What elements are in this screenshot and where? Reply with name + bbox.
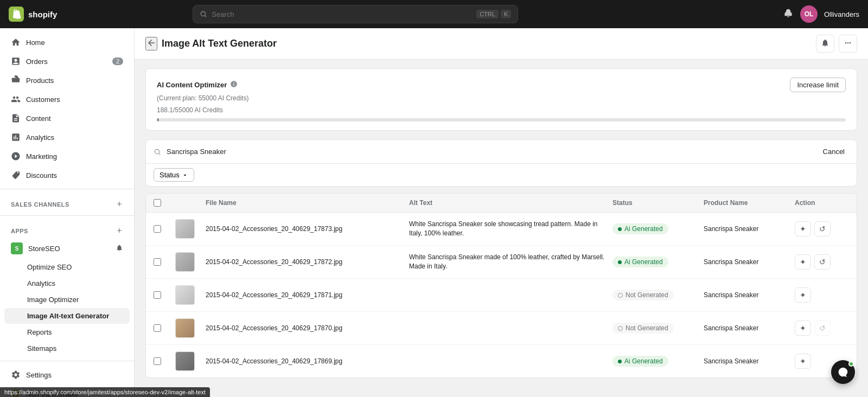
row-4-undo-button: ↺ bbox=[814, 321, 831, 336]
sidebar-item-marketing[interactable]: Marketing bbox=[4, 147, 130, 165]
row-3-product-name: Sancrispa Sneaker bbox=[704, 291, 790, 299]
row-1-undo-button[interactable]: ↺ bbox=[814, 221, 831, 236]
ai-credits-card: AI Content Optimizer Increase limit (Cur… bbox=[145, 68, 857, 131]
increase-limit-button[interactable]: Increase limit bbox=[790, 78, 846, 92]
home-icon bbox=[11, 37, 21, 47]
row-4-regenerate-button[interactable]: ✦ bbox=[795, 321, 811, 336]
notification-bell[interactable] bbox=[783, 8, 794, 21]
credits-title: AI Content Optimizer bbox=[157, 80, 238, 89]
sidebar-label-home: Home bbox=[26, 39, 45, 47]
search-row: Cancel bbox=[146, 140, 857, 164]
orders-badge: 2 bbox=[112, 57, 123, 65]
global-search-input[interactable] bbox=[212, 10, 472, 18]
row-1-product-name: Sancrispa Sneaker bbox=[704, 225, 790, 233]
search-shortcut: CTRL K bbox=[476, 10, 511, 18]
header-action: Action bbox=[795, 199, 849, 207]
product-search-input[interactable] bbox=[167, 148, 813, 156]
reports-label: Reports bbox=[27, 328, 52, 336]
row-2-checkbox[interactable] bbox=[154, 258, 161, 266]
header-alt-text: Alt Text bbox=[409, 199, 608, 207]
sidebar-item-products[interactable]: Products bbox=[4, 71, 130, 89]
sidebar-sub-item-image-optimizer[interactable]: Image Optimizer bbox=[4, 292, 130, 308]
page-header: Image Alt Text Generator bbox=[135, 28, 868, 60]
row-3-regenerate-button[interactable]: ✦ bbox=[795, 287, 811, 303]
row-2-regenerate-button[interactable]: ✦ bbox=[795, 254, 811, 270]
row-3-checkbox-cell bbox=[154, 291, 171, 299]
shopify-logo[interactable]: shopify bbox=[9, 7, 57, 22]
storeseo-bell-icon[interactable] bbox=[116, 244, 123, 253]
row-5-checkbox[interactable] bbox=[154, 357, 161, 365]
row-2-undo-button[interactable]: ↺ bbox=[814, 254, 831, 270]
avatar-initials: OL bbox=[805, 10, 814, 18]
sidebar-item-home[interactable]: Home bbox=[4, 33, 130, 52]
status-row: Status bbox=[146, 164, 857, 186]
row-4-status-badge: Not Generated bbox=[612, 323, 674, 334]
row-2-checkbox-cell bbox=[154, 258, 171, 266]
notification-settings-button[interactable] bbox=[816, 35, 834, 53]
sidebar-sub-item-optimize-seo[interactable]: Optimize SEO bbox=[4, 259, 130, 275]
expand-apps-icon[interactable] bbox=[116, 227, 123, 235]
sitemaps-label: Sitemaps bbox=[27, 344, 56, 353]
content-icon bbox=[11, 113, 21, 123]
products-icon bbox=[11, 75, 21, 85]
header-file-name: File Name bbox=[206, 199, 405, 207]
sidebar-item-analytics[interactable]: Analytics bbox=[4, 128, 130, 146]
sidebar-sub-item-reports[interactable]: Reports bbox=[4, 324, 130, 340]
back-button[interactable] bbox=[145, 37, 157, 50]
status-filter-label: Status bbox=[159, 171, 180, 179]
customers-icon bbox=[11, 94, 21, 104]
shortcut-k: K bbox=[501, 10, 511, 18]
row-4-checkbox[interactable] bbox=[154, 324, 161, 332]
row-2-status: Ai Generated bbox=[612, 257, 699, 267]
app-layout: Home Orders 2 Products Customers C bbox=[0, 28, 868, 397]
nav-right: OL Ollivanders bbox=[783, 5, 859, 23]
sidebar-item-settings[interactable]: Settings bbox=[4, 366, 130, 384]
row-3-status-badge: Not Generated bbox=[612, 290, 674, 300]
table-row: 2015-04-02_Accessories_20_40629_17870.jp… bbox=[146, 312, 857, 345]
credits-header: AI Content Optimizer Increase limit bbox=[157, 78, 846, 92]
sidebar-item-storeseo[interactable]: S StoreSEO bbox=[4, 238, 130, 259]
apps-section[interactable]: Apps bbox=[0, 220, 134, 238]
store-name[interactable]: Ollivanders bbox=[824, 10, 859, 18]
credits-plan: (Current plan: 55000 AI Credits) bbox=[157, 94, 846, 102]
more-options-button[interactable] bbox=[839, 35, 857, 53]
sidebar-item-orders[interactable]: Orders 2 bbox=[4, 52, 130, 71]
row-3-checkbox[interactable] bbox=[154, 291, 161, 299]
sidebar-label-analytics: Analytics bbox=[26, 133, 54, 142]
sidebar-item-content[interactable]: Content bbox=[4, 109, 130, 127]
sales-channels-section[interactable]: Sales channels bbox=[0, 194, 134, 211]
info-icon[interactable] bbox=[230, 80, 238, 89]
settings-label: Settings bbox=[26, 371, 52, 379]
select-all-checkbox[interactable] bbox=[154, 199, 161, 207]
cancel-button[interactable]: Cancel bbox=[819, 145, 849, 158]
settings-icon bbox=[11, 370, 21, 380]
search-icon bbox=[200, 10, 207, 18]
avatar[interactable]: OL bbox=[800, 5, 818, 23]
ai-content-optimizer-label: AI Content Optimizer bbox=[157, 81, 227, 89]
credits-count: 188.1/55000 AI Credits bbox=[157, 106, 846, 114]
row-5-regenerate-button[interactable]: ✦ bbox=[795, 354, 811, 369]
chat-bubble[interactable] bbox=[831, 360, 855, 384]
chat-online-dot bbox=[848, 361, 854, 367]
row-4-status: Not Generated bbox=[612, 323, 699, 334]
table-row: 2015-04-02_Accessories_20_40629_17869.jp… bbox=[146, 345, 857, 377]
expand-sales-channels-icon[interactable] bbox=[116, 200, 123, 209]
chat-icon bbox=[838, 367, 848, 377]
search-row-icon bbox=[154, 148, 161, 156]
image-alt-text-label: Image Alt-text Generator bbox=[27, 312, 109, 320]
row-3-thumbnail bbox=[175, 285, 195, 305]
status-filter-button[interactable]: Status bbox=[154, 168, 194, 182]
row-4-product-name: Sancrispa Sneaker bbox=[704, 324, 790, 332]
row-1-checkbox[interactable] bbox=[154, 225, 161, 233]
search-bar[interactable]: CTRL K bbox=[193, 5, 518, 23]
row-2-product-name: Sancrispa Sneaker bbox=[704, 258, 790, 266]
sidebar-sub-item-sitemaps[interactable]: Sitemaps bbox=[4, 341, 130, 356]
row-1-regenerate-button[interactable]: ✦ bbox=[795, 221, 811, 236]
sidebar-sub-item-analytics[interactable]: Analytics bbox=[4, 276, 130, 291]
header-product-name: Product Name bbox=[704, 199, 790, 207]
row-4-file-name: 2015-04-02_Accessories_20_40629_17870.jp… bbox=[206, 324, 405, 332]
sidebar-sub-item-image-alt-text[interactable]: Image Alt-text Generator bbox=[4, 308, 130, 324]
sidebar-item-discounts[interactable]: Discounts bbox=[4, 166, 130, 184]
results-table: File Name Alt Text Status Product Name A… bbox=[145, 193, 857, 378]
sidebar-item-customers[interactable]: Customers bbox=[4, 90, 130, 108]
